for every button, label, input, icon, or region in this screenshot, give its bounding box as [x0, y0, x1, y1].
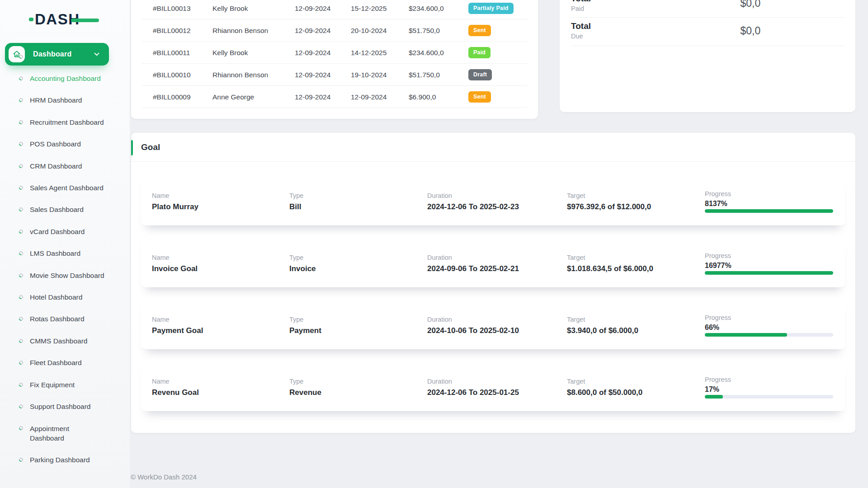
goal-progress-cell: Progress 17%	[705, 375, 835, 399]
sidebar-item-label: CRM Dashboard	[30, 161, 82, 171]
sidebar-item[interactable]: vCard Dashboard	[0, 221, 130, 242]
bill-id: #BILL00009	[153, 93, 212, 101]
goal-name-value: Plato Murray	[152, 202, 289, 211]
dash-logo[interactable]: DASH	[0, 0, 130, 43]
sidebar: DASH Dashboard	[0, 0, 130, 488]
sidebar-item-label: Hotel Dashboard	[30, 292, 82, 302]
bill-table-row[interactable]: #BILL00011 Kelly Brook 12-09-2024 14-12-…	[131, 42, 538, 64]
dash-logo-row: DASH	[29, 12, 80, 27]
logo-dash-bar-icon	[71, 19, 99, 22]
bill-issue-date: 12-09-2024	[295, 5, 351, 13]
sidebar-item[interactable]: Recruitment Dashboard	[0, 111, 130, 133]
bill-id: #BILL00010	[153, 71, 212, 79]
status-badge: Sent	[468, 25, 491, 36]
goal-progress-value: 17%	[705, 385, 835, 394]
status-badge: Draft	[468, 69, 492, 80]
bill-table-row[interactable]: #BILL00012 Rhiannon Benson 12-09-2024 20…	[131, 19, 538, 42]
sidebar-item-label: Sales Dashboard	[30, 205, 84, 214]
sidebar-item-label: POS Dashboard	[30, 139, 81, 149]
totals-card: Total Paid $0,0 Total Due $0,0	[560, 0, 855, 112]
bill-table-row[interactable]: #BILL00010 Rhiannon Benson 12-09-2024 19…	[131, 64, 538, 86]
goal-duration-cell: Duration 2024-12-06 To 2025-02-23	[427, 192, 567, 211]
sidebar-item-label: CMMS Dashboard	[30, 336, 88, 346]
goal-target-cell: Target $976.392,6 of $12.000,0	[567, 192, 705, 211]
sidebar-item[interactable]: Sales Agent Dashboard	[0, 177, 130, 198]
goal-progress-label: Progress	[705, 252, 835, 260]
goal-type-cell: Type Revenue	[289, 377, 427, 397]
sidebar-menu: Project Dashboard Accounting Dashboard H…	[0, 43, 130, 470]
sidebar-item[interactable]: LMS Dashboard	[0, 243, 130, 264]
bill-table-row[interactable]: #BILL00009 Anne George 12-09-2024 12-09-…	[131, 86, 538, 108]
goal-row: Name Plato Murray Type Bill Duration 202…	[141, 174, 845, 225]
goal-type-label: Type	[289, 253, 427, 262]
sidebar-item[interactable]: Sales Dashboard	[0, 199, 130, 221]
total-value: $0,0	[740, 0, 760, 9]
total-title: Total	[571, 21, 740, 31]
sidebar-item[interactable]: Movie Show Dashboard	[0, 264, 130, 286]
bill-table-row[interactable]: #BILL00013 Kelly Brook 12-09-2024 15-12-…	[131, 0, 538, 19]
sidebar-item[interactable]: Appointment Dashboard	[0, 418, 130, 449]
goal-type-cell: Type Invoice	[289, 253, 427, 273]
progress-bar-track	[705, 271, 833, 275]
goal-progress-cell: Progress 66%	[705, 314, 835, 337]
circle-bullet-icon	[18, 163, 24, 169]
circle-bullet-icon	[18, 338, 24, 344]
sidebar-item-label: Recruitment Dashboard	[30, 117, 104, 127]
circle-bullet-icon	[18, 360, 24, 366]
goal-duration-label: Duration	[427, 253, 567, 262]
progress-bar-track	[705, 209, 833, 213]
sidebar-item[interactable]: Support Dashboard	[0, 395, 130, 417]
sidebar-item[interactable]: Rotas Dashboard	[0, 308, 130, 330]
logo-dot-icon	[29, 18, 33, 21]
goal-duration-value: 2024-12-06 To 2025-01-25	[427, 388, 567, 397]
goal-duration-value: 2024-09-06 To 2025-02-21	[427, 264, 567, 273]
sidebar-item-label: Appointment Dashboard	[30, 424, 90, 443]
progress-bar-track	[705, 395, 833, 399]
goal-type-cell: Type Bill	[289, 192, 427, 211]
sidebar-item-label: Rotas Dashboard	[30, 314, 85, 324]
bill-due-date: 14-12-2025	[351, 49, 409, 57]
sidebar-item[interactable]: Fleet Dashboard	[0, 352, 130, 373]
total-row: Total Due $0,0	[571, 18, 844, 46]
circle-bullet-icon	[18, 207, 24, 213]
total-subtitle: Paid	[571, 5, 740, 13]
goal-name-label: Name	[152, 192, 289, 200]
sidebar-item-label: Sales Agent Dashboard	[30, 183, 104, 192]
goal-name-cell: Name Invoice Goal	[152, 253, 289, 273]
sidebar-item[interactable]: Hotel Dashboard	[0, 286, 130, 308]
sidebar-item-label: Movie Show Dashboard	[30, 271, 104, 280]
status-badge: Paid	[468, 47, 491, 58]
goal-target-value: $3.940,0 of $6.000,0	[567, 326, 705, 335]
goal-type-value: Revenue	[289, 388, 427, 397]
goal-target-value: $8.600,0 of $50.000,0	[567, 388, 705, 397]
sidebar-item[interactable]: POS Dashboard	[0, 133, 130, 155]
sidebar-item-label: Fix Equipment	[30, 380, 75, 389]
circle-bullet-icon	[18, 316, 24, 322]
goal-type-value: Bill	[289, 202, 427, 211]
goal-duration-cell: Duration 2024-09-06 To 2025-02-21	[427, 253, 567, 273]
goal-accent-bar	[131, 140, 133, 155]
chevron-down-icon	[93, 50, 101, 58]
sidebar-item[interactable]: Accounting Dashboard	[0, 67, 130, 89]
goal-progress-label: Progress	[705, 314, 835, 322]
goal-type-label: Type	[289, 192, 427, 200]
goal-name-label: Name	[152, 377, 289, 385]
goal-target-cell: Target $3.940,0 of $6.000,0	[567, 315, 705, 335]
goal-name-label: Name	[152, 315, 289, 324]
circle-bullet-icon	[18, 425, 24, 431]
goal-target-value: $1.018.634,5 of $6.000,0	[567, 264, 705, 273]
circle-bullet-icon	[18, 272, 24, 278]
sidebar-item[interactable]: Fix Equipment	[0, 374, 130, 395]
sidebar-item[interactable]: CMMS Dashboard	[0, 330, 130, 352]
circle-bullet-icon	[18, 98, 24, 103]
goal-name-cell: Name Payment Goal	[152, 315, 289, 335]
goal-name-value: Invoice Goal	[152, 264, 289, 273]
bill-due-date: 12-09-2024	[351, 93, 409, 101]
sidebar-item[interactable]: HRM Dashboard	[0, 89, 130, 111]
dashboard-menu-label: Dashboard	[33, 50, 71, 58]
sidebar-item[interactable]: Parking Dashboard	[0, 449, 130, 470]
sidebar-item[interactable]: CRM Dashboard	[0, 155, 130, 177]
sidebar-item-label: Parking Dashboard	[30, 455, 90, 465]
goal-target-label: Target	[567, 253, 705, 262]
total-info: Total Due	[571, 21, 740, 40]
